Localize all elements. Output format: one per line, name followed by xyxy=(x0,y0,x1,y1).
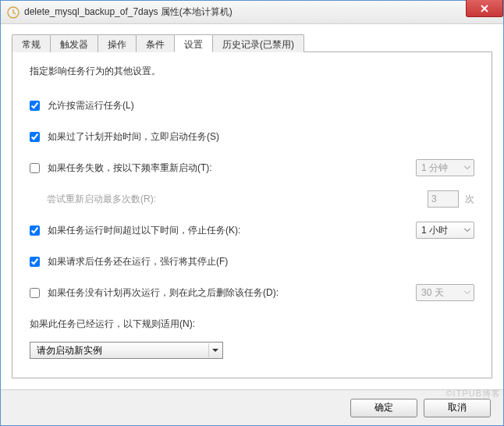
label-stop-long: 如果任务运行时间超过以下时间，停止任务(K): xyxy=(48,224,240,237)
content-area: 常规 触发器 操作 条件 设置 历史记录(已禁用) 指定影响任务行为的其他设置。… xyxy=(1,24,503,389)
chevron-down-icon xyxy=(208,343,221,357)
select-restart-interval[interactable]: 1 分钟 xyxy=(416,159,474,176)
checkbox-allow-demand[interactable] xyxy=(30,101,40,111)
clock-icon xyxy=(7,6,20,19)
chevron-down-icon xyxy=(464,229,470,233)
select-if-running-rule[interactable]: 请勿启动新实例 xyxy=(30,342,223,359)
row-if-running: 如果此任务已经运行，以下规则适用(N): xyxy=(30,315,474,332)
select-restart-interval-value: 1 分钟 xyxy=(421,162,448,175)
tab-triggers[interactable]: 触发器 xyxy=(50,34,98,52)
row-delete-task: 如果任务没有计划再次运行，则在此之后删除该任务(D): 30 天 xyxy=(30,284,474,301)
label-delete-task: 如果任务没有计划再次运行，则在此之后删除该任务(D): xyxy=(48,286,279,300)
panel-intro: 指定影响任务行为的其他设置。 xyxy=(30,65,474,78)
select-stop-duration[interactable]: 1 小时 xyxy=(416,222,474,239)
label-if-running: 如果此任务已经运行，以下规则适用(N): xyxy=(30,318,195,331)
row-allow-demand: 允许按需运行任务(L) xyxy=(30,97,474,114)
label-force-stop: 如果请求后任务还在运行，强行将其停止(F) xyxy=(48,255,228,268)
row-restart-fail: 如果任务失败，按以下频率重新启动(T): 1 分钟 xyxy=(30,159,474,176)
cancel-button[interactable]: 取消 xyxy=(424,399,491,417)
settings-panel: 指定影响任务行为的其他设置。 允许按需运行任务(L) 如果过了计划开始时间，立即… xyxy=(12,52,492,378)
tab-conditions[interactable]: 条件 xyxy=(136,34,175,52)
select-stop-duration-value: 1 小时 xyxy=(421,224,448,237)
input-retry-max[interactable] xyxy=(428,190,459,208)
close-button[interactable] xyxy=(466,0,503,17)
checkbox-force-stop[interactable] xyxy=(30,257,40,267)
label-allow-demand: 允许按需运行任务(L) xyxy=(48,99,134,112)
select-if-running-value: 请勿启动新实例 xyxy=(37,344,102,357)
checkbox-restart-fail[interactable] xyxy=(30,163,40,173)
chevron-down-icon xyxy=(464,291,470,295)
tab-history[interactable]: 历史记录(已禁用) xyxy=(212,34,304,52)
label-retry-unit: 次 xyxy=(465,193,474,206)
window-title: delete_mysql_backup_of_7days 属性(本地计算机) xyxy=(24,5,232,19)
label-start-missed: 如果过了计划开始时间，立即启动任务(S) xyxy=(48,130,219,144)
titlebar: delete_mysql_backup_of_7days 属性(本地计算机) xyxy=(1,1,503,24)
chevron-down-icon xyxy=(464,166,470,170)
select-delete-after[interactable]: 30 天 xyxy=(416,284,474,301)
dialog-footer: 确定 取消 xyxy=(1,389,503,425)
ok-button[interactable]: 确定 xyxy=(350,399,417,417)
tab-strip: 常规 触发器 操作 条件 设置 历史记录(已禁用) xyxy=(12,34,492,52)
close-icon xyxy=(481,5,488,12)
row-stop-long: 如果任务运行时间超过以下时间，停止任务(K): 1 小时 xyxy=(30,222,474,239)
row-force-stop: 如果请求后任务还在运行，强行将其停止(F) xyxy=(30,253,474,270)
checkbox-delete-task[interactable] xyxy=(30,288,40,298)
select-delete-after-value: 30 天 xyxy=(421,286,444,300)
checkbox-start-missed[interactable] xyxy=(30,132,40,142)
properties-dialog: delete_mysql_backup_of_7days 属性(本地计算机) 常… xyxy=(0,0,504,426)
row-retry-max: 尝试重新启动最多次数(R): 次 xyxy=(30,190,474,208)
checkbox-stop-long[interactable] xyxy=(30,225,40,236)
row-start-missed: 如果过了计划开始时间，立即启动任务(S) xyxy=(30,128,474,145)
tab-settings[interactable]: 设置 xyxy=(174,34,213,52)
tab-actions[interactable]: 操作 xyxy=(98,34,137,52)
tab-general[interactable]: 常规 xyxy=(12,34,51,52)
label-retry-max: 尝试重新启动最多次数(R): xyxy=(47,193,428,206)
label-restart-fail: 如果任务失败，按以下频率重新启动(T): xyxy=(48,162,212,175)
